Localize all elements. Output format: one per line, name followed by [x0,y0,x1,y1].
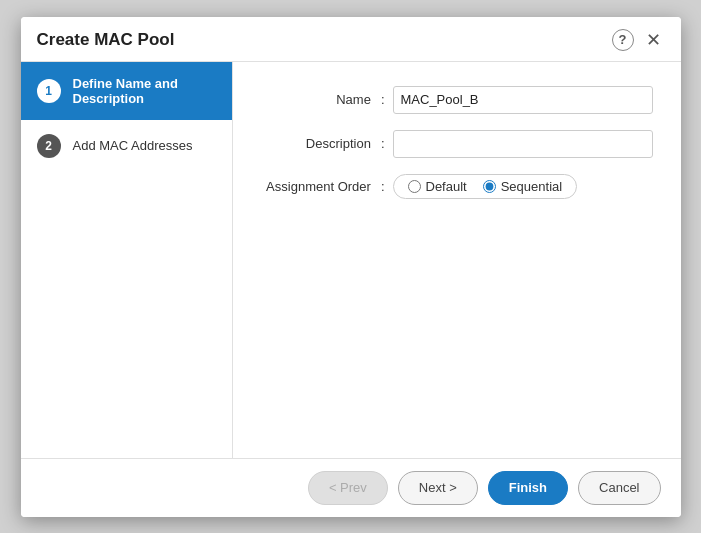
name-colon: : [381,92,385,107]
sidebar-item-step1[interactable]: 1 Define Name and Description [21,62,232,120]
step1-badge: 1 [37,79,61,103]
assignment-order-options: Default Sequential [393,174,578,199]
name-row: Name : [261,86,653,114]
content-area: Name : Description : Assignment Order : … [233,62,681,458]
radio-default-input[interactable] [408,180,421,193]
dialog-body: 1 Define Name and Description 2 Add MAC … [21,62,681,458]
radio-sequential-label: Sequential [501,179,562,194]
dialog-title: Create MAC Pool [37,30,175,50]
next-button[interactable]: Next > [398,471,478,505]
radio-sequential-input[interactable] [483,180,496,193]
radio-sequential[interactable]: Sequential [483,179,562,194]
assignment-order-row: Assignment Order : Default Sequential [261,174,653,199]
dialog-footer: < Prev Next > Finish Cancel [21,458,681,517]
description-row: Description : [261,130,653,158]
assignment-order-colon: : [381,179,385,194]
close-button[interactable]: ✕ [642,29,665,51]
finish-button[interactable]: Finish [488,471,568,505]
step2-badge: 2 [37,134,61,158]
sidebar-item-step2[interactable]: 2 Add MAC Addresses [21,120,232,172]
description-label: Description [261,136,381,151]
radio-default-label: Default [426,179,467,194]
create-mac-pool-dialog: Create MAC Pool ? ✕ 1 Define Name and De… [21,17,681,517]
name-label: Name [261,92,381,107]
cancel-button[interactable]: Cancel [578,471,660,505]
step2-label: Add MAC Addresses [73,138,193,153]
prev-button[interactable]: < Prev [308,471,388,505]
step1-label: Define Name and Description [73,76,216,106]
sidebar: 1 Define Name and Description 2 Add MAC … [21,62,233,458]
dialog-header-icons: ? ✕ [612,29,665,51]
description-colon: : [381,136,385,151]
radio-default[interactable]: Default [408,179,467,194]
assignment-order-label: Assignment Order [261,179,381,194]
name-input[interactable] [393,86,653,114]
description-input[interactable] [393,130,653,158]
help-button[interactable]: ? [612,29,634,51]
dialog-header: Create MAC Pool ? ✕ [21,17,681,62]
